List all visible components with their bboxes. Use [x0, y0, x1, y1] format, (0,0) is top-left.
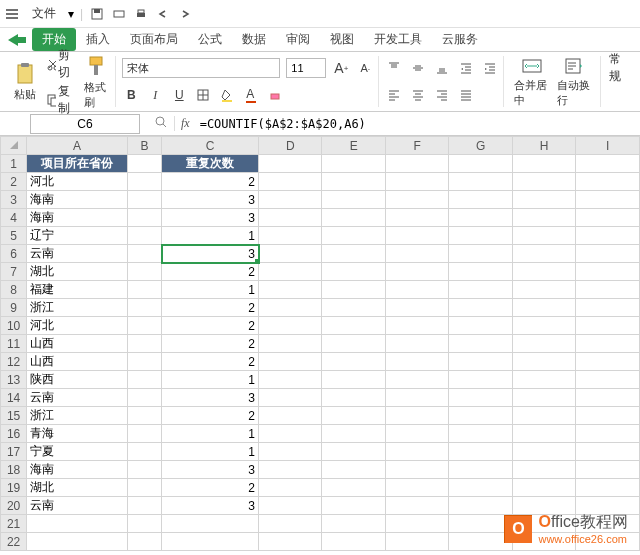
cell[interactable]: [512, 479, 575, 497]
cell[interactable]: [259, 245, 322, 263]
cell[interactable]: [127, 371, 161, 389]
merge-center-button[interactable]: 合并居中: [510, 56, 553, 108]
bold-button[interactable]: B: [122, 86, 140, 104]
undo-icon[interactable]: [155, 6, 171, 22]
cell[interactable]: [576, 407, 640, 425]
cell[interactable]: [127, 407, 161, 425]
print-icon[interactable]: [133, 6, 149, 22]
cell[interactable]: [322, 173, 385, 191]
tab-review[interactable]: 审阅: [276, 28, 320, 51]
cell[interactable]: [127, 155, 161, 173]
cell[interactable]: [385, 533, 448, 551]
cut-button[interactable]: 剪切: [44, 47, 76, 81]
row-header[interactable]: 7: [1, 263, 27, 281]
cell[interactable]: [576, 335, 640, 353]
cell[interactable]: [512, 353, 575, 371]
cell[interactable]: [449, 317, 512, 335]
cell[interactable]: [512, 209, 575, 227]
cell[interactable]: [127, 389, 161, 407]
align-middle-icon[interactable]: [409, 59, 427, 77]
cell[interactable]: [385, 479, 448, 497]
row-header[interactable]: 6: [1, 245, 27, 263]
fill-color-button[interactable]: [218, 86, 236, 104]
cell[interactable]: [385, 191, 448, 209]
tab-formula[interactable]: 公式: [188, 28, 232, 51]
cell[interactable]: [385, 263, 448, 281]
cell[interactable]: [449, 173, 512, 191]
cell[interactable]: [322, 335, 385, 353]
copy-button[interactable]: 复制: [44, 83, 76, 117]
cell[interactable]: 1: [162, 281, 259, 299]
row-header[interactable]: 16: [1, 425, 27, 443]
cell[interactable]: [259, 497, 322, 515]
font-color-button[interactable]: A: [242, 86, 260, 104]
cell[interactable]: [576, 479, 640, 497]
cell[interactable]: [259, 515, 322, 533]
cell[interactable]: [127, 173, 161, 191]
cell[interactable]: 湖北: [27, 479, 128, 497]
cell[interactable]: [385, 281, 448, 299]
cell[interactable]: 1: [162, 371, 259, 389]
menu-icon[interactable]: [4, 6, 20, 22]
cell[interactable]: [576, 191, 640, 209]
align-center-icon[interactable]: [409, 86, 427, 104]
row-header[interactable]: 1: [1, 155, 27, 173]
cell[interactable]: [576, 155, 640, 173]
cell[interactable]: [512, 227, 575, 245]
cell[interactable]: [127, 191, 161, 209]
increase-indent-icon[interactable]: [481, 59, 499, 77]
cell[interactable]: [512, 155, 575, 173]
cell[interactable]: [512, 389, 575, 407]
row-header[interactable]: 13: [1, 371, 27, 389]
cell[interactable]: [322, 227, 385, 245]
cell[interactable]: [127, 353, 161, 371]
cell[interactable]: [162, 515, 259, 533]
fx-icon[interactable]: fx: [174, 116, 196, 131]
cell[interactable]: 1: [162, 443, 259, 461]
cell[interactable]: 山西: [27, 335, 128, 353]
name-box[interactable]: [30, 114, 140, 134]
font-size-select[interactable]: [286, 58, 326, 78]
cell[interactable]: [127, 263, 161, 281]
cell[interactable]: [449, 335, 512, 353]
cell[interactable]: [576, 209, 640, 227]
cell[interactable]: [576, 227, 640, 245]
row-header[interactable]: 14: [1, 389, 27, 407]
cell[interactable]: [385, 461, 448, 479]
cell[interactable]: [576, 263, 640, 281]
cell[interactable]: [259, 173, 322, 191]
row-header[interactable]: 17: [1, 443, 27, 461]
cell[interactable]: [385, 443, 448, 461]
cell[interactable]: [385, 407, 448, 425]
cell[interactable]: [322, 479, 385, 497]
col-header[interactable]: H: [512, 137, 575, 155]
cell[interactable]: [322, 155, 385, 173]
cell[interactable]: [259, 425, 322, 443]
cell[interactable]: [449, 227, 512, 245]
cell[interactable]: [576, 389, 640, 407]
cell[interactable]: [259, 263, 322, 281]
cell[interactable]: [449, 155, 512, 173]
cell[interactable]: 3: [162, 191, 259, 209]
cell[interactable]: [322, 461, 385, 479]
borders-button[interactable]: [194, 86, 212, 104]
cell[interactable]: [127, 479, 161, 497]
decrease-indent-icon[interactable]: [457, 59, 475, 77]
cell[interactable]: [385, 371, 448, 389]
cell[interactable]: [27, 533, 128, 551]
cell[interactable]: [322, 317, 385, 335]
row-header[interactable]: 22: [1, 533, 27, 551]
tab-layout[interactable]: 页面布局: [120, 28, 188, 51]
cell[interactable]: [385, 515, 448, 533]
row-header[interactable]: 19: [1, 479, 27, 497]
cell[interactable]: [449, 515, 512, 533]
cell[interactable]: [576, 371, 640, 389]
cell[interactable]: [127, 281, 161, 299]
decrease-font-icon[interactable]: A-: [356, 59, 374, 77]
row-header[interactable]: 20: [1, 497, 27, 515]
cell[interactable]: [512, 371, 575, 389]
cell[interactable]: 项目所在省份: [27, 155, 128, 173]
cell[interactable]: [385, 227, 448, 245]
cell[interactable]: [449, 533, 512, 551]
cell[interactable]: [576, 281, 640, 299]
